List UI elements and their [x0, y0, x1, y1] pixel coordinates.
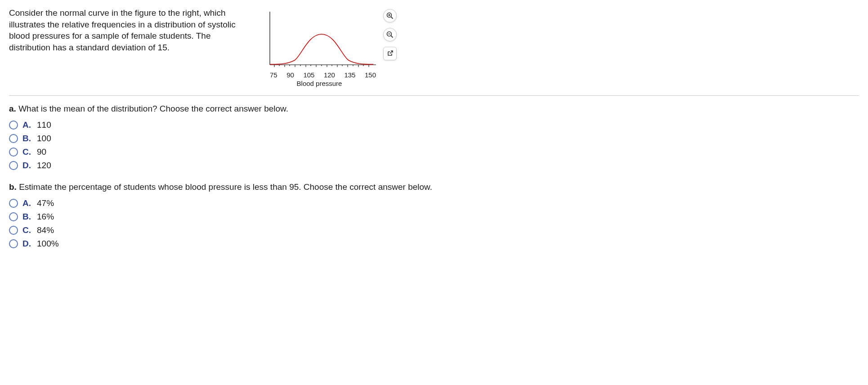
zoom-out-button[interactable]	[383, 28, 397, 41]
radio-icon[interactable]	[9, 121, 18, 130]
chart-x-label: Blood pressure	[261, 79, 378, 87]
question-b-label: b.	[9, 182, 17, 192]
option-a-C[interactable]: C. 90	[9, 147, 859, 157]
option-a-A[interactable]: A. 110	[9, 120, 859, 130]
radio-icon[interactable]	[9, 212, 18, 221]
option-b-B[interactable]: B. 16%	[9, 212, 859, 222]
option-b-D[interactable]: D. 100%	[9, 239, 859, 249]
option-b-C[interactable]: C. 84%	[9, 225, 859, 235]
svg-line-26	[391, 36, 393, 37]
problem-statement: Consider the normal curve in the figure …	[9, 7, 252, 54]
radio-icon[interactable]	[9, 239, 18, 248]
question-b: b. Estimate the percentage of students w…	[9, 182, 859, 249]
radio-icon[interactable]	[9, 148, 18, 157]
open-external-button[interactable]	[383, 47, 397, 60]
radio-icon[interactable]	[9, 161, 18, 170]
option-a-B[interactable]: B. 100	[9, 134, 859, 143]
chart-x-ticks: 75 90 105 120 135 150	[261, 70, 378, 79]
svg-line-22	[391, 17, 393, 18]
radio-icon[interactable]	[9, 134, 18, 143]
radio-icon[interactable]	[9, 226, 18, 235]
question-a: a. What is the mean of the distribution?…	[9, 104, 859, 170]
divider	[9, 95, 859, 96]
chart-normal-curve: 75 90 105 120 135 150 Blood pressure	[261, 7, 378, 87]
option-b-A[interactable]: A. 47%	[9, 198, 859, 208]
question-a-label: a.	[9, 104, 16, 113]
option-a-D[interactable]: D. 120	[9, 161, 859, 170]
question-b-prompt: Estimate the percentage of students whos…	[19, 182, 432, 192]
zoom-in-button[interactable]	[383, 9, 397, 22]
radio-icon[interactable]	[9, 199, 18, 208]
question-a-prompt: What is the mean of the distribution? Ch…	[18, 104, 288, 113]
